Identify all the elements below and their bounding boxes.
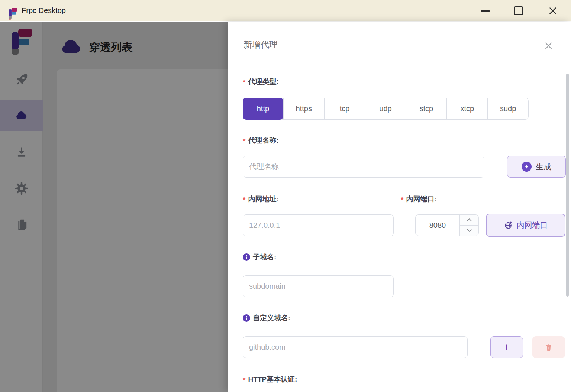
app-logo-icon: [8, 7, 13, 13]
http-auth-label: * HTTP基本认证:: [243, 375, 297, 384]
subdomain-input[interactable]: [243, 275, 394, 297]
window-close-button[interactable]: [545, 3, 561, 18]
lightning-icon: [522, 162, 532, 172]
local-ip-label: * 内网地址:: [243, 194, 279, 204]
remove-domain-button[interactable]: [532, 336, 565, 358]
proxy-type-option-stcp[interactable]: stcp: [406, 98, 446, 119]
drawer-scrollbar[interactable]: [566, 74, 569, 297]
required-asterisk: *: [243, 376, 245, 384]
modal-overlay[interactable]: [0, 22, 228, 392]
chevron-down-icon: [467, 229, 472, 233]
plus-icon: +: [504, 341, 510, 353]
local-ip-input[interactable]: [243, 214, 394, 236]
proxy-type-option-tcp[interactable]: tcp: [324, 98, 365, 119]
info-icon[interactable]: [243, 253, 250, 261]
generate-name-button[interactable]: 生成: [507, 156, 566, 178]
globe-icon: [504, 221, 513, 230]
close-icon: [548, 6, 558, 16]
minimize-button[interactable]: [477, 3, 493, 18]
proxy-type-option-http[interactable]: http: [243, 98, 283, 120]
required-asterisk: *: [243, 78, 245, 87]
number-spinner: [459, 215, 478, 236]
scan-port-button[interactable]: 内网端口: [486, 214, 565, 237]
local-port-value[interactable]: [416, 215, 459, 236]
drawer-title: 新增代理: [243, 39, 278, 51]
spinner-down-button[interactable]: [460, 226, 478, 236]
minimize-icon: [481, 10, 490, 12]
proxy-name-input[interactable]: [243, 156, 484, 178]
add-domain-button[interactable]: +: [490, 336, 523, 358]
subdomain-label: 子域名:: [243, 252, 276, 262]
maximize-button[interactable]: [511, 3, 526, 18]
local-port-label: * 内网端口:: [401, 194, 437, 204]
maximize-icon: [514, 6, 523, 15]
proxy-type-option-sudp[interactable]: sudp: [487, 98, 528, 119]
proxy-type-option-xtcp[interactable]: xtcp: [446, 98, 487, 119]
custom-domain-input[interactable]: [243, 336, 468, 358]
proxy-type-option-udp[interactable]: udp: [365, 98, 406, 119]
proxy-type-label: * 代理类型:: [243, 77, 279, 87]
window-title: Frpc Desktop: [22, 6, 66, 15]
custom-domain-label: 自定义域名:: [243, 313, 290, 323]
titlebar: Frpc Desktop: [0, 0, 571, 21]
drawer-close-button[interactable]: [542, 39, 555, 52]
spinner-up-button[interactable]: [460, 215, 478, 226]
proxy-type-option-https[interactable]: https: [283, 98, 324, 119]
info-icon[interactable]: [243, 314, 250, 322]
add-proxy-drawer: 新增代理 * 代理类型: http https tcp udp stcp xtc…: [228, 22, 571, 392]
local-port-number-input: [415, 214, 479, 236]
chevron-up-icon: [467, 218, 472, 222]
close-icon: [543, 41, 554, 51]
trash-icon: [544, 343, 553, 352]
proxy-type-radio-group: http https tcp udp stcp xtcp sudp: [243, 98, 529, 120]
required-asterisk: *: [243, 137, 245, 145]
required-asterisk: *: [243, 196, 245, 204]
required-asterisk: *: [401, 196, 403, 204]
proxy-name-label: * 代理名称:: [243, 136, 279, 145]
